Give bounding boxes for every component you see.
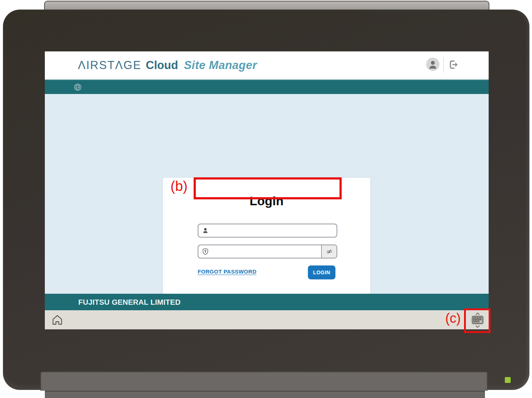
home-icon[interactable] xyxy=(51,313,64,326)
shield-key-icon xyxy=(198,245,212,258)
footer-bar: FUJITSU GENERAL LIMITED xyxy=(45,294,489,310)
user-avatar-icon[interactable] xyxy=(426,58,439,71)
logo-brand: ΛIRSTΛGE xyxy=(78,59,141,72)
username-input[interactable] xyxy=(212,224,337,237)
forgot-password-link[interactable]: FORGOT PASSWORD xyxy=(198,268,256,275)
company-name: FUJITSU GENERAL LIMITED xyxy=(78,294,180,310)
logout-icon[interactable] xyxy=(448,59,459,70)
power-led xyxy=(505,377,511,383)
logo-suffix: Site Manager xyxy=(184,59,257,72)
app-header: ΛIRSTΛGE Cloud Site Manager xyxy=(45,51,489,79)
annotation-b-box xyxy=(194,177,342,199)
password-field[interactable] xyxy=(198,245,337,258)
device-stand xyxy=(40,372,488,391)
person-icon xyxy=(198,224,212,237)
app-logo: ΛIRSTΛGE Cloud Site Manager xyxy=(78,51,257,79)
login-button[interactable]: LOGIN xyxy=(308,265,335,279)
eye-slash-icon[interactable] xyxy=(321,245,337,258)
touch-panel-device: ΛIRSTΛGE Cloud Site Manager xyxy=(0,0,532,398)
globe-icon[interactable] xyxy=(74,83,82,91)
header-divider xyxy=(443,57,444,73)
annotation-c-label: (c) xyxy=(445,311,461,326)
username-field[interactable] xyxy=(198,224,337,238)
annotation-c-box xyxy=(464,308,490,333)
logo-product: Cloud xyxy=(146,59,178,72)
annotation-b-label: (b) xyxy=(170,178,187,194)
nav-bar xyxy=(45,79,489,94)
password-input[interactable] xyxy=(212,245,321,258)
taskbar xyxy=(45,310,489,329)
device-stand-base xyxy=(45,391,485,398)
